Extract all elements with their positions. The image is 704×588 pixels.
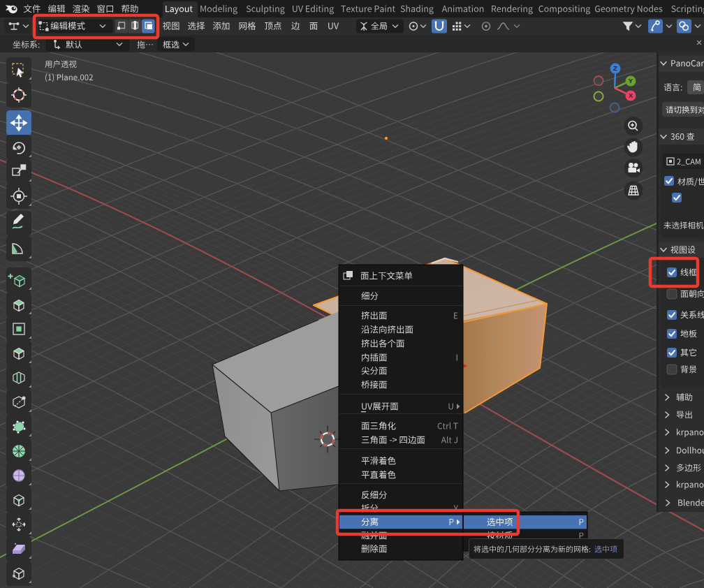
svg-text:X: X — [629, 91, 633, 99]
svg-text:Y: Y — [629, 77, 633, 84]
svg-text:Z: Z — [613, 64, 617, 72]
